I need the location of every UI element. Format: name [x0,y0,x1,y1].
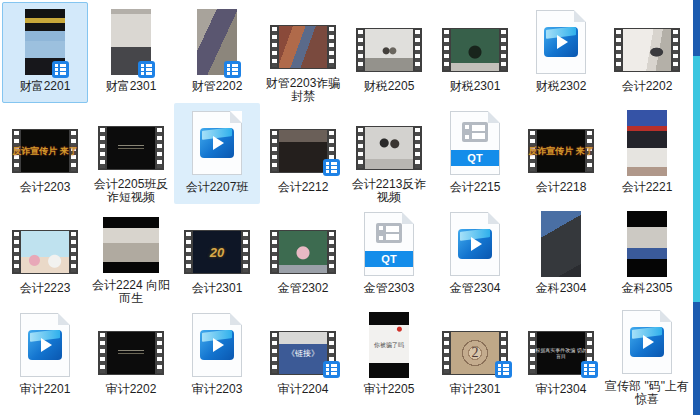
video-file-icon [111,9,151,75]
file-item[interactable]: 金管2304 [432,204,518,305]
file-icon-area [270,106,336,177]
video-thumbnail [279,332,327,374]
video-thumbnail [369,312,409,378]
video-file-icon [192,313,242,377]
file-name: 审计2203 [192,383,243,396]
file-icon-area [103,207,159,275]
play-triangle-icon [213,136,224,150]
file-name: 财管2203诈骗封禁 [261,77,345,103]
file-item[interactable]: 财税2302 [518,2,604,103]
video-file-icon [356,28,422,72]
file-item[interactable]: 财税2205 [346,2,432,103]
file-item[interactable]: 会计2221 [604,103,690,204]
video-file-icon: QT [450,111,500,175]
file-item[interactable]: 会计2213反诈视频 [346,103,432,204]
file-item[interactable]: 会计2202 [604,2,690,103]
file-icon-area [541,207,581,278]
file-name: 财富2301 [106,80,157,93]
file-name: 财税2301 [450,80,501,93]
file-item[interactable]: QT 会计2215 [432,103,518,204]
qt-badge: QT [365,251,413,267]
file-item[interactable]: QT 金管2303 [346,204,432,305]
file-icon-area [627,207,667,278]
video-thumbnail [451,29,499,71]
file-name: 审计2202 [106,383,157,396]
file-item[interactable]: 会计2212 [260,103,346,204]
file-item[interactable]: 《链接》 审计2204 [260,305,346,406]
file-item[interactable]: 财管2203诈骗封禁 [260,2,346,103]
file-icon-area: 2 [442,308,508,379]
file-name: 审计2304 [536,383,587,396]
video-file-icon [270,230,336,274]
file-item[interactable]: 财富2201 [2,2,88,103]
video-file-icon [25,9,65,75]
file-item[interactable]: 会计2207班 [174,103,260,204]
file-icon-area: 反诈宣传片 来了 [12,106,78,177]
file-item[interactable]: 根据真实事件改编 切勿盲目 审计2304 [518,305,604,406]
qt-badge: QT [451,150,499,166]
media-badge-icon [224,61,241,78]
file-name: 会计2212 [278,181,329,194]
file-item[interactable]: 你被骗了吗 审计2205 [346,305,432,406]
video-thumbnail [107,332,155,374]
video-file-icon [442,28,508,72]
file-icon-area: 根据真实事件改编 切勿盲目 [528,308,594,379]
file-name: 审计2205 [364,383,415,396]
video-file-icon: 反诈宣传片 来了 [12,129,78,173]
file-icon-area [98,308,164,379]
scrollbar[interactable] [693,0,700,415]
file-item[interactable]: 审计2201 [2,305,88,406]
media-badge-icon [323,159,340,176]
video-file-icon [20,313,70,377]
file-name: 会计2202 [622,80,673,93]
file-item[interactable]: 审计2203 [174,305,260,406]
file-item[interactable]: 财税2301 [432,2,518,103]
file-name: 会计2223 [20,282,71,295]
file-item[interactable]: 2 审计2301 [432,305,518,406]
video-thumbnail [279,231,327,273]
media-play-icon [544,27,578,57]
file-item[interactable]: 宣传部 "码"上有惊喜 [604,305,690,406]
file-icon-area: QT [450,106,500,177]
file-item[interactable]: 审计2202 [88,305,174,406]
file-item[interactable]: 财富2301 [88,2,174,103]
video-file-icon: 反诈宣传片 来了 [528,129,594,173]
file-item[interactable]: 金科2305 [604,204,690,305]
file-item[interactable]: 反诈宣传片 来了 会计2203 [2,103,88,204]
video-file-icon [197,9,237,75]
file-item[interactable]: 会计2223 [2,204,88,305]
file-icon-area: 你被骗了吗 [369,308,409,379]
file-icon-area: 反诈宣传片 来了 [528,106,594,177]
file-name: 会计2215 [450,181,501,194]
video-thumbnail [537,332,585,374]
video-file-icon [192,111,242,175]
file-icon-area [270,5,336,73]
file-name: 金管2304 [450,282,501,295]
file-item[interactable]: 会计2224 向阳而生 [88,204,174,305]
film-icon [462,122,488,142]
file-icon-area: QT [364,207,414,278]
file-item[interactable]: 金管2302 [260,204,346,305]
file-item[interactable]: 金科2304 [518,204,604,305]
file-icon-area [614,5,680,76]
video-thumbnail [537,130,585,172]
file-name: 会计2221 [622,181,673,194]
play-triangle-icon [557,35,568,49]
file-icon-area [192,106,242,177]
film-icon [376,223,402,243]
file-icon-area: 20 [184,207,250,278]
file-item[interactable]: 财管2202 [174,2,260,103]
file-icon-area [536,5,586,76]
file-icon-area [111,5,151,76]
video-thumbnail [627,110,667,176]
video-thumbnail [365,127,413,169]
video-file-icon [270,129,336,173]
scrollbar-thumb[interactable] [693,56,700,302]
file-item[interactable]: 反诈宣传片 来了 会计2218 [518,103,604,204]
file-item[interactable]: 20 会计2301 [174,204,260,305]
video-thumbnail [21,130,69,172]
media-badge-icon [52,61,69,78]
video-thumbnail [21,231,69,273]
video-file-icon: 根据真实事件改编 切勿盲目 [528,331,594,375]
file-item[interactable]: 会计2205班反诈短视频 [88,103,174,204]
